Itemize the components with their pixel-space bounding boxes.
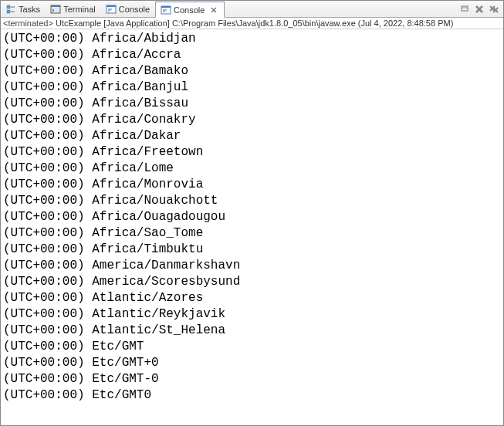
console-line: (UTC+00:00) Africa/Timbuktu [3,242,501,258]
console-line: (UTC+00:00) Atlantic/Azores [3,290,501,306]
tasks-icon [5,4,16,15]
console-line: (UTC+00:00) Africa/Nouakchott [3,193,501,209]
svg-rect-2 [7,10,10,13]
terminated-label: <terminated> [3,19,53,28]
svg-rect-5 [51,5,60,7]
svg-rect-7 [107,5,116,7]
console-icon [161,5,171,15]
console-line: (UTC+00:00) Africa/Sao_Tome [3,225,501,242]
tab-label: Console [119,5,150,14]
tab-label: Console [174,5,205,15]
console-line: (UTC+00:00) Africa/Bamako [3,63,501,79]
console-line: (UTC+00:00) Africa/Monrovia [3,177,501,193]
remove-launch-icon[interactable] [488,3,500,15]
console-line: (UTC+00:00) Africa/Accra [3,47,501,63]
svg-rect-16 [462,6,468,11]
tab-tasks[interactable]: Tasks [1,1,46,17]
console-line: (UTC+00:00) Atlantic/St_Helena [3,323,501,339]
pin-icon[interactable] [458,3,471,15]
console-line: (UTC+00:00) Etc/GMT-0 [3,371,501,387]
tab-bar: Tasks Terminal Console [1,1,503,18]
svg-rect-0 [7,5,10,8]
console-line: (UTC+00:00) Atlantic/Reykjavik [3,306,501,323]
status-text: UtcExample [Java Application] C:\Program… [53,19,454,28]
console-output[interactable]: (UTC+00:00) Africa/Abidjan(UTC+00:00) Af… [1,29,503,405]
console-line: (UTC+00:00) Africa/Bissau [3,96,501,112]
console-line: (UTC+00:00) Africa/Ouagadougou [3,209,501,225]
console-line: (UTC+00:00) Africa/Freetown [3,144,501,161]
tab-terminal[interactable]: Terminal [46,1,101,17]
tab-label: Tasks [19,5,40,14]
terminal-icon [50,4,61,15]
toolbar-icons [458,3,503,15]
svg-rect-11 [161,6,171,8]
tab-console-active[interactable]: Console [155,2,225,18]
remove-all-icon[interactable] [473,3,485,15]
console-line: (UTC+00:00) Africa/Dakar [3,128,501,144]
console-line: (UTC+00:00) Africa/Conakry [3,112,501,128]
console-line: (UTC+00:00) Etc/GMT+0 [3,355,501,371]
console-line: (UTC+00:00) Etc/GMT [3,339,501,355]
console-line: (UTC+00:00) Africa/Lome [3,161,501,177]
console-line: (UTC+00:00) Etc/GMT0 [3,387,501,404]
console-icon [106,4,117,15]
close-icon[interactable] [208,5,219,15]
console-line: (UTC+00:00) Africa/Abidjan [3,31,501,47]
tab-label: Terminal [63,5,96,14]
console-line: (UTC+00:00) America/Scoresbysund [3,274,501,290]
status-line: <terminated> UtcExample [Java Applicatio… [1,18,503,29]
console-line: (UTC+00:00) America/Danmarkshavn [3,258,501,274]
console-line: (UTC+00:00) Africa/Banjul [3,79,501,96]
tab-console[interactable]: Console [101,1,155,17]
